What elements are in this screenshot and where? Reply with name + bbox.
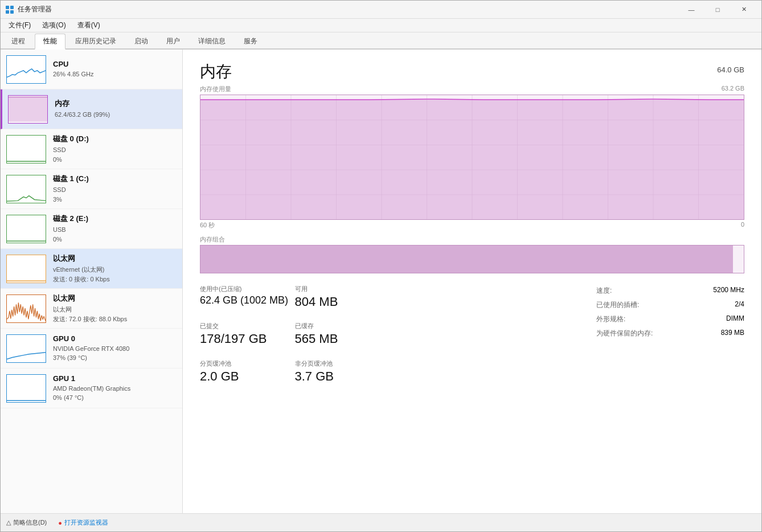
committed-value: 178/197 GB: [200, 332, 295, 346]
disk2-usage: 0%: [53, 235, 177, 244]
cached-value: 565 MB: [295, 332, 390, 346]
gpu0-model: NVIDIA GeForce RTX 4080: [53, 344, 177, 354]
menu-options[interactable]: 选项(O): [36, 19, 71, 31]
tab-processes[interactable]: 进程: [3, 34, 34, 48]
disk1-thumb: [6, 175, 46, 203]
svg-rect-3: [10, 10, 14, 14]
tab-app-history[interactable]: 应用历史记录: [67, 34, 125, 48]
stats-grid-top: 使用中(已压缩) 62.4 GB (1002 MB) 可用 804 MB: [200, 281, 579, 313]
sidebar-item-gpu1[interactable]: GPU 1 AMD Radeon(TM) Graphics 0% (47 °C): [1, 369, 182, 408]
graph-time-labels: 60 秒 0: [200, 221, 744, 230]
disk1-info: 磁盘 1 (C:) SSD 3%: [53, 174, 177, 204]
gpu1-model: AMD Radeon(TM) Graphics: [53, 384, 177, 394]
disk1-usage: 3%: [53, 195, 177, 204]
sidebar-item-ethernet0[interactable]: 以太网 vEthernet (以太网) 发送: 0 接收: 0 Kbps: [1, 249, 182, 289]
titlebar: 任务管理器 — □ ✕: [1, 1, 761, 19]
gpu1-info: GPU 1 AMD Radeon(TM) Graphics 0% (47 °C): [53, 374, 177, 403]
cpu-info: CPU 26% 4.85 GHz: [53, 60, 177, 79]
speed-label: 速度:: [596, 286, 612, 296]
graph-max-text: 63.2 GB: [722, 85, 744, 93]
available-label: 可用: [295, 285, 390, 293]
hardware-row: 为硬件保留的内存: 839 MB: [596, 326, 744, 341]
memory-graph-section: 内存使用量 63.2 GB: [200, 85, 744, 230]
resource-monitor-link[interactable]: ● 打开资源监视器: [58, 518, 108, 527]
speed-row: 速度: 5200 MHz: [596, 284, 744, 298]
paged-pool-value: 2.0 GB: [200, 369, 295, 384]
sidebar-item-gpu0[interactable]: GPU 0 NVIDIA GeForce RTX 4080 37% (39 °C…: [1, 329, 182, 369]
gpu0-name: GPU 0: [53, 334, 177, 343]
composition-fill: [200, 245, 733, 273]
ethernet1-type: 以太网: [53, 305, 177, 314]
disk0-type: SSD: [53, 145, 177, 155]
sidebar: CPU 26% 4.85 GHz 内存 62.4/63.2 GB (99%): [1, 50, 183, 513]
svg-rect-5: [9, 97, 47, 121]
form-label: 外形规格:: [596, 314, 625, 324]
chevron-up-icon: △: [6, 519, 11, 526]
tab-users[interactable]: 用户: [158, 34, 189, 48]
memory-name: 内存: [55, 99, 177, 109]
time-end: 0: [741, 221, 744, 230]
main-content: CPU 26% 4.85 GHz 内存 62.4/63.2 GB (99%): [1, 50, 761, 513]
summary-button[interactable]: △ 简略信息(D): [6, 518, 47, 527]
sidebar-item-memory[interactable]: 内存 62.4/63.2 GB (99%): [1, 89, 182, 129]
tab-services[interactable]: 服务: [235, 34, 266, 48]
sidebar-item-cpu[interactable]: CPU 26% 4.85 GHz: [1, 50, 182, 89]
menu-view[interactable]: 查看(V): [72, 19, 106, 31]
hardware-label: 为硬件保留的内存:: [596, 329, 653, 338]
sidebar-item-disk0[interactable]: 磁盘 0 (D:) SSD 0%: [1, 129, 182, 169]
form-value: DIMM: [726, 314, 744, 324]
panel-total: 64.0 GB: [717, 66, 744, 74]
gpu1-usage: 0% (47 °C): [53, 393, 177, 403]
in-use-value: 62.4 GB (1002 MB): [200, 294, 295, 307]
sidebar-item-ethernet1[interactable]: 以太网 以太网 发送: 72.0 接收: 88.0 Kbps: [1, 289, 182, 329]
performance-panel: 内存 64.0 GB 内存使用量 63.2 GB: [183, 50, 761, 513]
memory-thumb: [8, 95, 48, 124]
resource-monitor-label: 打开资源监视器: [64, 518, 108, 527]
composition-bar: [200, 245, 744, 273]
disk2-info: 磁盘 2 (E:) USB 0%: [53, 214, 177, 244]
ethernet1-name: 以太网: [53, 293, 177, 304]
app-window: 任务管理器 — □ ✕ 文件(F) 选项(O) 查看(V) 进程 性能 应用历史…: [0, 0, 762, 532]
menu-file[interactable]: 文件(F): [3, 19, 36, 31]
disk1-type: SSD: [53, 185, 177, 195]
paged-pool-label: 分页缓冲池: [200, 359, 295, 368]
stat-paged-pool: 分页缓冲池 2.0 GB: [200, 356, 295, 387]
window-controls: — □ ✕: [678, 1, 757, 19]
window-title: 任务管理器: [18, 5, 678, 14]
tab-performance[interactable]: 性能: [35, 34, 65, 50]
stat-non-paged-pool: 非分页缓冲池 3.7 GB: [295, 356, 390, 387]
svg-rect-2: [6, 10, 9, 14]
memory-usage-graph: [200, 95, 744, 220]
form-row: 外形规格: DIMM: [596, 312, 744, 326]
maximize-button[interactable]: □: [704, 1, 731, 19]
ethernet0-info: 以太网 vEthernet (以太网) 发送: 0 接收: 0 Kbps: [53, 253, 177, 284]
composition-section: 内存组合: [200, 235, 744, 273]
panel-title: 内存: [200, 61, 232, 83]
tab-startup[interactable]: 启动: [126, 34, 157, 48]
slots-value: 2/4: [735, 300, 744, 310]
minimize-button[interactable]: —: [678, 1, 704, 19]
stat-committed: 已提交 178/197 GB: [200, 318, 295, 350]
stats-grid-bot: 分页缓冲池 2.0 GB 非分页缓冲池 3.7 GB: [200, 356, 579, 387]
close-button[interactable]: ✕: [731, 1, 757, 19]
sidebar-item-disk2[interactable]: 磁盘 2 (E:) USB 0%: [1, 209, 182, 249]
disk0-thumb: [6, 135, 46, 163]
right-stats: 速度: 5200 MHz 已使用的插槽: 2/4 外形规格: DIMM 为硬件保…: [596, 281, 744, 393]
tab-details[interactable]: 详细信息: [190, 34, 234, 48]
ethernet0-speed: 发送: 0 接收: 0 Kbps: [53, 275, 177, 284]
hardware-value: 839 MB: [721, 329, 744, 338]
app-icon: [5, 5, 14, 14]
disk2-thumb: [6, 215, 46, 243]
left-stats: 使用中(已压缩) 62.4 GB (1002 MB) 可用 804 MB 已提交…: [200, 281, 579, 393]
ethernet0-name: 以太网: [53, 253, 177, 264]
disk0-info: 磁盘 0 (D:) SSD 0%: [53, 134, 177, 164]
sidebar-item-disk1[interactable]: 磁盘 1 (C:) SSD 3%: [1, 169, 182, 209]
composition-label: 内存组合: [200, 235, 744, 244]
ethernet1-info: 以太网 以太网 发送: 72.0 接收: 88.0 Kbps: [53, 293, 177, 324]
disk2-name: 磁盘 2 (E:): [53, 214, 177, 224]
stat-cached: 已缓存 565 MB: [295, 318, 390, 350]
slots-label: 已使用的插槽:: [596, 300, 639, 310]
graph-label-row: 内存使用量 63.2 GB: [200, 85, 744, 93]
cpu-thumb: [6, 55, 46, 84]
slots-row: 已使用的插槽: 2/4: [596, 298, 744, 312]
